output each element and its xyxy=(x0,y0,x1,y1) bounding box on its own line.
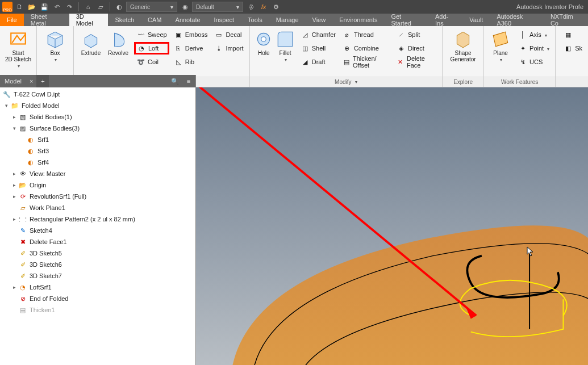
new-icon[interactable]: 🗋 xyxy=(15,2,24,11)
collapse-icon[interactable]: ▾ xyxy=(2,103,10,108)
tab-vault[interactable]: Vault xyxy=(462,14,490,26)
panel-tab-model[interactable]: Model xyxy=(0,75,26,87)
expand-icon[interactable]: ▸ xyxy=(10,182,18,188)
tab-a360[interactable]: Autodesk A360 xyxy=(490,14,543,26)
expand-icon[interactable]: ▸ xyxy=(10,284,18,290)
menu-icon[interactable]: ≡ xyxy=(182,78,195,85)
tree-work-plane[interactable]: ▱Work Plane1 xyxy=(0,202,195,213)
collapse-icon[interactable]: ▾ xyxy=(10,125,18,131)
tree-rect-pattern[interactable]: ▸⋮⋮Rectangular Pattern2 (x 2 ul x 82 mm) xyxy=(0,213,195,225)
start-2d-sketch-button[interactable]: Start 2D Sketch xyxy=(3,28,33,69)
draft-label: Draft xyxy=(312,58,326,65)
tree-view-master[interactable]: ▸👁View: Master xyxy=(0,168,195,179)
home-icon[interactable]: ⌂ xyxy=(84,2,93,11)
thicken-button[interactable]: ▤Thicken/ Offset xyxy=(340,56,392,68)
tab-get-started[interactable]: Get Started xyxy=(384,14,428,26)
appearance-icon[interactable]: ◉ xyxy=(181,2,190,11)
decal-icon: ▭ xyxy=(214,30,223,39)
split-button[interactable]: ⟋Split xyxy=(394,28,439,41)
open-icon[interactable]: 📂 xyxy=(27,2,36,11)
sk-button[interactable]: ◧Sk xyxy=(561,42,585,54)
panel-add-button[interactable]: + xyxy=(36,75,49,87)
tree-loftsrf[interactable]: ▸◔LoftSrf1 xyxy=(0,282,195,293)
delete-face-button[interactable]: ✕Delete Face xyxy=(394,56,439,68)
tree-end-folded[interactable]: ⊘End of Folded xyxy=(0,293,195,304)
search-icon[interactable]: 🔍 xyxy=(168,78,182,85)
tab-sketch[interactable]: Sketch xyxy=(108,14,141,26)
material-dropdown[interactable]: Generic▾ xyxy=(126,2,177,12)
redo-icon[interactable]: ↷ xyxy=(65,2,74,11)
direct-button[interactable]: ◈Direct xyxy=(394,42,439,54)
tab-file[interactable]: File xyxy=(0,14,24,26)
tree-folded-model[interactable]: ▾📁Folded Model xyxy=(0,100,195,111)
chamfer-button[interactable]: ◿Chamfer xyxy=(298,28,338,41)
import-button[interactable]: ⭳Import xyxy=(212,42,245,54)
tab-tools[interactable]: Tools xyxy=(241,14,269,26)
loft-button[interactable]: ◔Loft xyxy=(134,42,169,54)
tab-3d-model[interactable]: 3D Model xyxy=(69,14,109,26)
combine-button[interactable]: ⊕Combine xyxy=(340,42,392,54)
tree-solid-bodies[interactable]: ▸▧Solid Bodies(1) xyxy=(0,111,195,123)
tab-annotate[interactable]: Annotate xyxy=(169,14,207,26)
tab-environments[interactable]: Environments xyxy=(332,14,384,26)
expand-icon[interactable]: ▸ xyxy=(10,114,18,120)
tab-nxtdim[interactable]: NXTdim Co xyxy=(544,14,588,26)
overflow-button[interactable]: ▦ xyxy=(561,28,585,41)
group-label-modify[interactable]: Modify xyxy=(250,77,443,87)
ribbon-group-modify: Hole Fillet ◿Chamfer ◫Shell ◢Draft ⌀Thre… xyxy=(250,26,443,87)
combine-label: Combine xyxy=(354,45,379,52)
axis-button[interactable]: │Axis xyxy=(516,28,552,41)
coil-button[interactable]: ➰Coil xyxy=(134,56,169,68)
emboss-button[interactable]: ▣Emboss xyxy=(172,28,210,41)
tree-3dsketch6[interactable]: ✐3D Sketch6 xyxy=(0,259,195,270)
tree-revolution[interactable]: ▸⟳RevolutionSrf1 (Full) xyxy=(0,191,195,202)
panel-close-button[interactable]: × xyxy=(26,75,36,87)
undo-icon[interactable]: ↶ xyxy=(52,2,61,11)
ucs-button[interactable]: ↯UCS xyxy=(516,56,552,68)
draft-button[interactable]: ◢Draft xyxy=(298,56,338,68)
tab-add-ins[interactable]: Add-Ins xyxy=(428,14,462,26)
tree-3dsketch5[interactable]: ✐3D Sketch5 xyxy=(0,247,195,259)
expand-icon[interactable]: ▸ xyxy=(10,194,18,199)
thread-button[interactable]: ⌀Thread xyxy=(340,28,392,41)
rib-button[interactable]: ◺Rib xyxy=(172,56,210,68)
3d-viewport[interactable] xyxy=(196,87,588,365)
tree-3dsketch7[interactable]: ✐3D Sketch7 xyxy=(0,270,195,282)
shape-generator-button[interactable]: Shape Generator xyxy=(446,28,480,62)
fx-icon[interactable]: fx xyxy=(259,2,268,11)
decal-button[interactable]: ▭Decal xyxy=(212,28,245,41)
settings-icon[interactable]: ⚙ xyxy=(272,2,281,11)
hole-button[interactable]: Hole xyxy=(253,28,275,56)
box-button[interactable]: Box xyxy=(40,28,70,63)
adjust-icon[interactable]: 🝮 xyxy=(247,2,256,11)
fillet-button[interactable]: Fillet xyxy=(274,28,296,63)
point-button[interactable]: ✦Point xyxy=(516,42,552,54)
tree-surface-bodies[interactable]: ▾▨Surface Bodies(3) xyxy=(0,123,195,134)
tab-cam[interactable]: CAM xyxy=(141,14,168,26)
tree-delete-face[interactable]: ✖Delete Face1 xyxy=(0,236,195,247)
tab-inspect[interactable]: Inspect xyxy=(207,14,241,26)
derive-button[interactable]: ⎘Derive xyxy=(172,42,210,54)
extrude-button[interactable]: Extrude xyxy=(77,28,105,56)
plane-button[interactable]: Plane xyxy=(487,28,514,63)
tree-srf3[interactable]: ◐Srf3 xyxy=(0,145,195,157)
tree-root[interactable]: 🔧T-622 Cowl D.ipt xyxy=(0,89,195,100)
tree-sketch4[interactable]: ✎Sketch4 xyxy=(0,225,195,236)
import-label: Import xyxy=(226,45,243,52)
model-browser: Model × + 🔍 ≡ 🔧T-622 Cowl D.ipt ▾📁Folded… xyxy=(0,75,196,365)
tree-srf1[interactable]: ◐Srf1 xyxy=(0,134,195,145)
tree-srf4[interactable]: ◐Srf4 xyxy=(0,157,195,168)
save-icon[interactable]: 💾 xyxy=(40,2,49,11)
revolve-button[interactable]: Revolve xyxy=(105,28,132,56)
tree-origin[interactable]: ▸📂Origin xyxy=(0,179,195,191)
shell-button[interactable]: ◫Shell xyxy=(298,42,338,54)
tab-manage[interactable]: Manage xyxy=(269,14,306,26)
appearance-dropdown[interactable]: Default▾ xyxy=(192,2,243,12)
select-icon[interactable]: ▱ xyxy=(96,2,105,11)
material-icon[interactable]: ◐ xyxy=(115,2,124,11)
sweep-button[interactable]: 〰Sweep xyxy=(134,28,169,41)
tab-sheet-metal[interactable]: Sheet Metal xyxy=(24,14,69,26)
tree-thicken1[interactable]: ▤Thicken1 xyxy=(0,304,195,316)
expand-icon[interactable]: ▸ xyxy=(10,171,18,177)
tab-view[interactable]: View xyxy=(306,14,333,26)
